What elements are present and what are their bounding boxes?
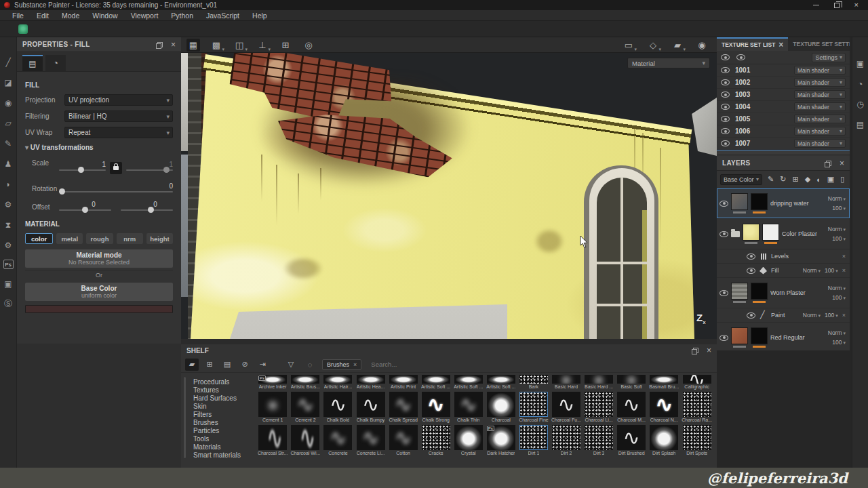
brush-item[interactable]: Chalk Thin	[453, 391, 484, 424]
brush-item[interactable]: Artistic Print	[388, 374, 419, 391]
layer-thumbnail[interactable]	[743, 224, 760, 241]
layer-name[interactable]: Red Regular	[770, 334, 805, 341]
brush-thumbnail[interactable]	[291, 375, 319, 384]
viewport-view-icon[interactable]: ◇▾	[646, 39, 660, 52]
tool-icon[interactable]: ⚙	[3, 239, 14, 251]
brush-item[interactable]: Basic Hard	[551, 374, 582, 391]
viewport-view-icon[interactable]: ◉	[695, 39, 709, 52]
brush-item[interactable]: Bark	[518, 374, 549, 391]
brush-item[interactable]: Charcoal Ra...	[681, 391, 713, 424]
field-dropdown[interactable]: Repeat	[64, 127, 173, 138]
texture-set-row[interactable]: 1003 Main shader	[717, 89, 850, 101]
base-color-button[interactable]: Base Color uniform color	[25, 283, 173, 301]
shader-dropdown[interactable]: Main shader	[794, 78, 846, 87]
tool-icon[interactable]: ◪	[3, 77, 14, 88]
brush-item[interactable]: Concrete Li...	[355, 424, 387, 458]
brush-thumbnail[interactable]	[650, 425, 678, 450]
texture-set-row[interactable]: 1005 Main shader	[717, 113, 850, 125]
brush-item[interactable]: Artistic Soft ...	[453, 374, 484, 391]
viewport-view-icon[interactable]: ▰▾	[671, 39, 684, 52]
field-dropdown[interactable]: UV projection	[64, 94, 173, 106]
brush-thumbnail[interactable]	[258, 425, 287, 450]
brush-item[interactable]: Artistic Hair...	[322, 374, 353, 391]
brush-thumbnail[interactable]	[617, 425, 646, 450]
brush-thumbnail[interactable]	[617, 375, 646, 384]
texture-set-row[interactable]: 1001 Main shader	[717, 64, 850, 77]
visibility-eye-icon[interactable]	[721, 140, 730, 146]
shelf-toolbar-icon[interactable]: ⊘	[238, 359, 252, 371]
blend-mode-dropdown[interactable]: Norm	[828, 195, 846, 202]
layer-mask-thumbnail[interactable]	[751, 193, 768, 210]
brush-item[interactable]: Dirt Brushed	[616, 424, 647, 458]
brush-item[interactable]: Chalk Bumpy	[355, 391, 387, 424]
menu-item[interactable]: Viewport	[131, 12, 159, 20]
layer-mask-thumbnail[interactable]	[762, 224, 779, 241]
brush-thumbnail[interactable]	[487, 375, 515, 384]
brush-thumbnail[interactable]	[258, 392, 287, 417]
brush-item[interactable]: Charcoal N...	[648, 391, 679, 424]
offset-slider-2[interactable]	[121, 209, 173, 211]
brush-item[interactable]: Dirt Spots	[681, 424, 713, 458]
brush-item[interactable]: Cement 1	[257, 391, 288, 424]
brush-thumbnail[interactable]	[552, 392, 580, 417]
brush-thumbnail[interactable]	[357, 375, 385, 384]
menu-item[interactable]: Mode	[62, 12, 79, 20]
brush-thumbnail[interactable]	[487, 392, 515, 417]
menu-item[interactable]: Python	[171, 12, 193, 20]
brush-item[interactable]: Concrete	[322, 424, 353, 458]
menu-item[interactable]: File	[12, 12, 24, 20]
shader-dropdown[interactable]: Main shader	[794, 139, 846, 148]
layer-row[interactable]: Fill Norm 100 ×	[717, 264, 850, 278]
brush-thumbnail[interactable]	[519, 392, 548, 417]
tool-icon[interactable]: ✎	[3, 138, 14, 149]
search-input[interactable]: Search...	[367, 359, 713, 370]
shader-dropdown[interactable]: Main shader	[794, 66, 846, 75]
brush-thumbnail[interactable]	[683, 425, 711, 450]
brush-item[interactable]: Charcoal M...	[616, 391, 647, 424]
viewport-tool-icon[interactable]: ◫▾	[233, 39, 246, 52]
tool-icon[interactable]: ▣	[3, 278, 14, 289]
brush-item[interactable]: Charcoal	[486, 391, 517, 424]
brush-thumbnail[interactable]	[454, 392, 483, 417]
brush-thumbnail[interactable]	[357, 392, 385, 417]
shelf-toolbar-icon[interactable]: ▰	[185, 359, 199, 371]
uv-transformations-header[interactable]: UV transformations	[25, 144, 173, 151]
brush-thumbnail[interactable]	[650, 392, 678, 417]
layers-toolbar-icon[interactable]: ◐	[816, 176, 821, 184]
brush-item[interactable]: Crystal	[453, 424, 484, 458]
visibility-eye-icon[interactable]	[721, 116, 730, 122]
effect-blend-dropdown[interactable]: Norm	[803, 267, 821, 274]
filter-icon[interactable]: ▽	[284, 359, 298, 371]
blend-mode-dropdown[interactable]: Norm	[828, 329, 846, 336]
layer-thumbnail[interactable]	[731, 327, 748, 344]
menu-item[interactable]: JavaScript	[206, 12, 239, 20]
texture-set-row[interactable]: 1002 Main shader	[717, 77, 850, 89]
brush-thumbnail[interactable]	[650, 375, 678, 384]
visibility-eye-icon[interactable]	[721, 128, 730, 134]
visibility-eye-icon[interactable]	[721, 92, 730, 98]
brush-item[interactable]: Cement 2	[290, 391, 321, 424]
tool-icon[interactable]: ╱	[3, 56, 14, 68]
rotation-value[interactable]: 0	[169, 182, 173, 190]
brush-item[interactable]: Charcoal Str...	[257, 424, 288, 458]
brush-item[interactable]: Charcoal Fine	[518, 391, 549, 424]
brush-thumbnail[interactable]	[389, 392, 418, 417]
settings-dropdown[interactable]: Settings	[812, 53, 846, 62]
brush-item[interactable]: Basmati Bru...	[648, 374, 679, 391]
effect-blend-dropdown[interactable]: Norm	[803, 312, 821, 319]
base-color-swatch[interactable]	[25, 305, 173, 313]
layer-name[interactable]: Worn Plaster	[770, 289, 806, 296]
close-panel-icon[interactable]: ×	[707, 347, 711, 354]
channel-button[interactable]: nrm	[117, 233, 143, 244]
brush-item[interactable]: Dirt 1	[518, 424, 549, 458]
undock-icon[interactable]	[157, 42, 163, 47]
tool-icon[interactable]: ♟	[3, 158, 14, 169]
brush-thumbnail[interactable]	[519, 375, 548, 384]
dock-icon[interactable]: ▤	[856, 120, 864, 129]
brush-item[interactable]: Artistic Soft ...	[486, 374, 517, 391]
brush-thumbnail[interactable]	[291, 392, 319, 417]
offset-value-2[interactable]: 0	[153, 201, 157, 208]
channel-filter-dropdown[interactable]: Base Color	[720, 174, 762, 185]
scale-slider-linked[interactable]	[126, 169, 173, 171]
texture-set-row[interactable]: 1007 Main shader	[717, 138, 850, 150]
